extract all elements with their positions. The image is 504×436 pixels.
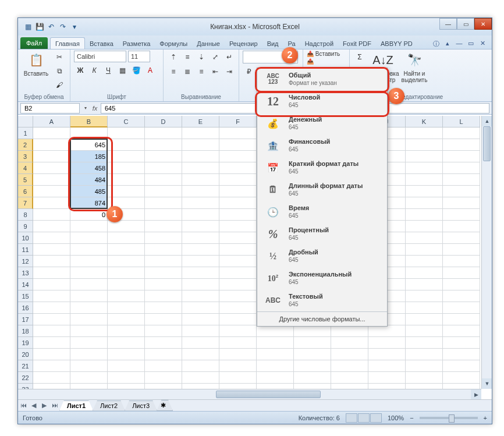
column-header[interactable]: D <box>145 116 182 127</box>
cell[interactable] <box>145 244 182 256</box>
cell[interactable] <box>257 372 294 384</box>
cell[interactable] <box>443 186 480 197</box>
cell[interactable] <box>108 139 145 151</box>
cell[interactable] <box>368 325 406 337</box>
cell[interactable] <box>368 360 406 372</box>
cell[interactable] <box>70 244 108 256</box>
cell[interactable] <box>443 314 480 325</box>
scroll-down-icon[interactable]: ▼ <box>482 378 492 389</box>
cell[interactable] <box>33 302 70 314</box>
fill-color-icon[interactable]: 🪣 <box>130 64 143 77</box>
row-header[interactable]: 18 <box>18 325 33 337</box>
align-bot-icon[interactable]: ⇣ <box>195 51 208 63</box>
format-item-процентный[interactable]: %Процентный645 <box>257 223 387 245</box>
cell[interactable] <box>108 244 145 256</box>
paste-button[interactable]: 📋 Вставить <box>22 51 51 77</box>
format-item-финансовый[interactable]: 🏦Финансовый645 <box>257 134 387 157</box>
cell[interactable] <box>443 290 480 302</box>
horizontal-scrollbar[interactable]: ▶ <box>18 389 481 399</box>
row-header[interactable]: 15 <box>18 290 33 302</box>
cell[interactable] <box>182 127 219 139</box>
cell[interactable] <box>219 209 257 221</box>
indent-inc-icon[interactable]: ⇥ <box>223 65 236 78</box>
cell[interactable] <box>108 267 145 279</box>
cell[interactable]: 0 <box>70 209 108 221</box>
cell[interactable] <box>145 372 182 384</box>
cell[interactable] <box>219 337 257 349</box>
cell[interactable] <box>33 232 70 244</box>
cell[interactable] <box>443 221 480 232</box>
cell[interactable] <box>145 197 182 209</box>
cell[interactable] <box>219 325 257 337</box>
column-header[interactable]: E <box>182 116 219 127</box>
row-header[interactable]: 2 <box>18 139 33 151</box>
cell[interactable] <box>406 290 443 302</box>
sheet-nav-next-icon[interactable]: ▶ <box>39 402 49 409</box>
scrollbar-thumb[interactable] <box>216 391 321 398</box>
format-item-общий[interactable]: ABC123ОбщийФормат не указан <box>257 68 387 90</box>
format-item-краткий формат даты[interactable]: 📅Краткий формат даты645 <box>257 157 387 179</box>
cell[interactable] <box>294 360 331 372</box>
orientation-icon[interactable]: ⤢ <box>209 51 222 63</box>
cell[interactable] <box>368 349 406 360</box>
align-left-icon[interactable]: ≡ <box>167 65 180 78</box>
cell[interactable]: 874 <box>70 197 108 209</box>
doc-close-icon[interactable]: ✕ <box>478 40 487 49</box>
cell[interactable] <box>33 360 70 372</box>
underline-icon[interactable]: Ч <box>102 64 115 77</box>
cell[interactable] <box>443 139 480 151</box>
autosum-icon[interactable]: Σ <box>353 51 366 63</box>
cell[interactable] <box>33 151 70 162</box>
row-header[interactable]: 1 <box>18 127 33 139</box>
cell[interactable] <box>145 162 182 174</box>
select-all-corner[interactable] <box>18 116 33 127</box>
cell[interactable] <box>219 162 257 174</box>
cell[interactable] <box>257 337 294 349</box>
cell[interactable] <box>219 139 257 151</box>
maximize-button[interactable]: ▭ <box>457 18 474 30</box>
row-header[interactable]: 7 <box>18 197 33 209</box>
sheet-tab[interactable]: Лист1 <box>59 400 93 411</box>
find-select-button[interactable]: 🔭 Найти и выделить <box>400 51 429 83</box>
cell[interactable] <box>182 372 219 384</box>
cell[interactable] <box>33 256 70 267</box>
cell[interactable] <box>108 221 145 232</box>
cell[interactable] <box>108 151 145 162</box>
cell[interactable] <box>219 256 257 267</box>
column-header[interactable]: B <box>70 116 108 127</box>
cell[interactable] <box>33 221 70 232</box>
cell[interactable] <box>33 325 70 337</box>
italic-icon[interactable]: К <box>88 64 101 77</box>
delete-cells-button[interactable]: 📤 <box>307 58 314 65</box>
align-right-icon[interactable]: ≡ <box>195 65 208 78</box>
cell[interactable] <box>406 372 443 384</box>
tab-foxit[interactable]: Foxit PDF <box>338 38 376 49</box>
cell[interactable] <box>406 197 443 209</box>
scroll-up-icon[interactable]: ▲ <box>482 116 492 126</box>
cell[interactable] <box>406 162 443 174</box>
row-header[interactable]: 9 <box>18 221 33 232</box>
scrollbar-thumb[interactable] <box>483 126 491 161</box>
cell[interactable] <box>182 337 219 349</box>
cell[interactable] <box>145 256 182 267</box>
zoom-in-icon[interactable]: + <box>484 414 487 421</box>
cell[interactable] <box>406 244 443 256</box>
cell[interactable] <box>219 372 257 384</box>
cell[interactable] <box>443 302 480 314</box>
cell[interactable] <box>182 325 219 337</box>
cell[interactable] <box>108 349 145 360</box>
cell[interactable] <box>145 325 182 337</box>
cell[interactable] <box>108 325 145 337</box>
cell[interactable] <box>219 290 257 302</box>
close-button[interactable]: ✕ <box>474 18 492 30</box>
cell[interactable] <box>108 314 145 325</box>
cell[interactable] <box>294 349 331 360</box>
indent-dec-icon[interactable]: ⇤ <box>209 65 222 78</box>
format-item-экспоненциальный[interactable]: 102Экспоненциальный645 <box>257 267 387 289</box>
tab-home[interactable]: Главная <box>50 37 85 49</box>
cell[interactable] <box>108 127 145 139</box>
help-icon[interactable]: ⓘ <box>431 40 441 49</box>
cell[interactable] <box>331 325 368 337</box>
cell[interactable] <box>219 267 257 279</box>
row-header[interactable]: 10 <box>18 232 33 244</box>
